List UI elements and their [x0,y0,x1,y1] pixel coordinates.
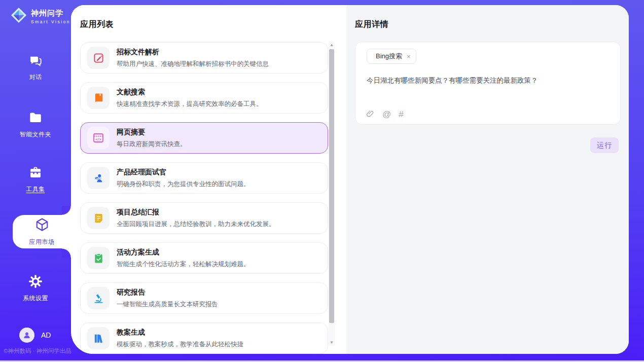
clipboard-check-icon [87,247,110,269]
sidebar-item[interactable]: 对话 [0,54,71,82]
browser-code-icon: </> [87,127,110,149]
at-icon[interactable]: @ [382,110,391,119]
microscope-icon [87,287,110,309]
copyright-footer: ©神州数码 · 神州问学出品 [4,347,71,355]
book-icon [87,87,110,109]
sidebar-item[interactable]: 应用市场 [13,215,71,248]
composer-toolbar: @# [366,110,404,119]
app-card[interactable]: 产品经理面试官 明确身份和职责，为您提供专业性的面试问题。 [80,162,328,194]
app-detail-title: 应用详情 [355,19,388,30]
tool-chip-label: Bing搜索 [376,52,402,61]
cube-icon [34,217,50,234]
app-card-title: 研究报告 [117,288,218,297]
app-card[interactable]: 教案生成 模板驱动，教案秒成，教学准备从此轻松快捷 [80,322,328,354]
app-card[interactable]: 项目总结汇报 全面回顾项目进展，总结经验教训，助力未来优化发展。 [80,202,328,234]
user-initials: AD [41,331,51,339]
app-list-pane: 应用列表 招标文件解析 帮助用户快速、准确地理解和解析招标书中的关键信息 文献搜… [71,5,346,354]
query-input[interactable]: 今日湖北有哪些新闻要点？有哪些需要关注的最新政策？ [367,76,609,86]
sidebar-nav: 对话 智能文件夹 工具集 应用市场 系统设置 [0,0,71,362]
app-card[interactable]: 招标文件解析 帮助用户快速、准确地理解和解析招标书中的关键信息 [80,42,328,74]
note-icon [87,207,110,229]
scroll-down-icon[interactable]: ▼ [329,340,335,345]
app-card-description: 一键智能生成高质量长文本研究报告 [117,300,218,309]
app-card-description: 帮助用户快速、准确地理解和解析招标书中的关键信息 [117,60,269,68]
app-card-description: 每日政府新闻资讯快查。 [117,140,187,149]
toolbox-icon [28,165,43,182]
sidebar-item[interactable]: 智能文件夹 [0,111,71,139]
app-card-title: 文献搜索 [117,88,263,97]
scrollbar-thumb[interactable] [329,49,334,323]
app-card-title: 招标文件解析 [117,48,269,57]
interviewer-icon [87,167,110,189]
app-card[interactable]: 文献搜索 快速精准查找学术资源，提高研究效率的必备工具。 [80,82,328,114]
app-card[interactable]: </> 网页摘要 每日政府新闻资讯快查。 [80,122,328,154]
sidebar-item[interactable]: 系统设置 [0,274,71,303]
main-content: 应用列表 招标文件解析 帮助用户快速、准确地理解和解析招标书中的关键信息 文献搜… [71,5,629,354]
sidebar: 神州问学 Smart Vision 对话 智能文件夹 工具集 应用市场 系统设置… [0,0,71,362]
chat-icon [29,54,43,69]
books-icon [87,327,110,349]
app-card-title: 活动方案生成 [117,248,250,257]
paperclip-icon[interactable] [366,110,375,119]
app-card-description: 模板驱动，教案秒成，教学准备从此轻松快捷 [117,340,243,349]
scrollbar[interactable]: ▲ ▼ [329,42,335,346]
app-list-title: 应用列表 [80,19,114,30]
app-card-title: 项目总结汇报 [117,208,275,217]
svg-text:</>: </> [95,137,101,141]
app-card[interactable]: 活动方案生成 智能生成个性化活动方案，轻松解决规划难题。 [80,242,328,274]
hash-icon[interactable]: # [399,110,403,119]
app-card[interactable]: 研究报告 一键智能生成高质量长文本研究报告 [80,282,328,314]
avatar[interactable] [19,328,34,343]
tool-chip-bing-search[interactable]: Bing搜索 × [367,49,416,64]
app-detail-pane: 应用详情 Bing搜索 × 今日湖北有哪些新闻要点？有哪些需要关注的最新政策？ … [346,5,629,354]
app-list: 招标文件解析 帮助用户快速、准确地理解和解析招标书中的关键信息 文献搜索 快速精… [80,42,328,354]
folder-icon [28,111,43,127]
app-card-description: 快速精准查找学术资源，提高研究效率的必备工具。 [117,100,263,108]
app-card-description: 明确身份和职责，为您提供专业性的面试问题。 [117,180,250,189]
close-icon[interactable]: × [407,53,411,60]
scroll-up-icon[interactable]: ▲ [329,43,335,47]
prompt-card: Bing搜索 × 今日湖北有哪些新闻要点？有哪些需要关注的最新政策？ @# [355,42,621,125]
gear-icon [28,274,43,291]
app-card-description: 智能生成个性化活动方案，轻松解决规划难题。 [117,260,250,269]
sidebar-item[interactable]: 工具集 [0,165,71,194]
app-card-title: 网页摘要 [117,128,187,137]
app-card-title: 产品经理面试官 [117,168,250,177]
app-card-title: 教案生成 [117,328,243,337]
user-row[interactable]: AD [19,328,51,343]
run-button[interactable]: 运行 [590,137,619,153]
app-card-description: 全面回顾项目进展，总结经验教训，助力未来优化发展。 [117,220,275,229]
document-edit-icon [87,47,110,69]
